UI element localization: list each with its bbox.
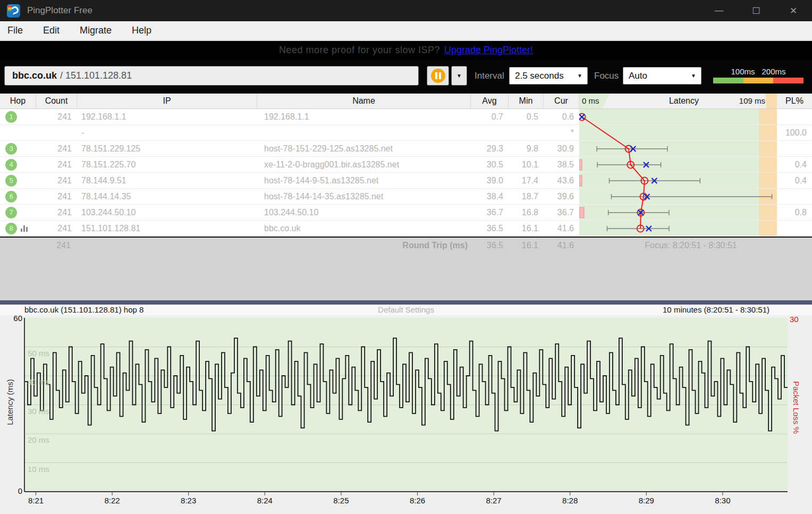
- count-cell: 241: [36, 157, 77, 172]
- hop-cell: 1: [0, 109, 36, 124]
- target-input[interactable]: bbc.co.uk / 151.101.128.81: [4, 66, 419, 86]
- legend-200ms: 200ms: [762, 67, 785, 76]
- pause-button[interactable]: [427, 66, 449, 86]
- latency-axis-max: 109 ms: [739, 96, 765, 105]
- header-name[interactable]: Name: [257, 94, 471, 108]
- packet-loss-cell: 0.4: [777, 157, 812, 172]
- latency-threshold-band: [759, 109, 777, 124]
- header-avg[interactable]: Avg: [471, 94, 509, 108]
- latency-threshold-band: [759, 173, 777, 188]
- hop-row-1[interactable]: 1241192.168.1.1192.168.1.10.70.50.6: [0, 109, 812, 125]
- hop-status-icon: 4: [5, 159, 17, 171]
- graphed-hop-icon: [21, 225, 28, 232]
- latency-cell: [579, 109, 777, 124]
- latency-timeline-chart[interactable]: [0, 305, 812, 514]
- app-icon: [7, 4, 20, 18]
- legend-yellow-segment: [743, 78, 774, 83]
- ip-cell: 151.101.128.81: [77, 221, 257, 236]
- hop-cell: 4: [0, 157, 36, 172]
- menu-item-file[interactable]: File: [0, 25, 30, 36]
- name-cell: xe-11-2-0-bragg001.bir.as13285.net: [257, 157, 471, 172]
- count-cell: 241: [36, 109, 77, 124]
- menu-item-migrate[interactable]: Migrate: [72, 25, 119, 36]
- count-cell: 241: [36, 189, 77, 204]
- name-cell: host-78-144-9-51.as13285.net: [257, 173, 471, 188]
- summary-label: Round Trip (ms): [319, 241, 468, 250]
- minimize-button[interactable]: —: [700, 0, 738, 21]
- name-cell: host-78-144-14-35.as13285.net: [257, 189, 471, 204]
- packet-loss-cell: [777, 189, 812, 204]
- ip-cell: 78.151.229.125: [77, 141, 257, 156]
- min-cell: 18.7: [509, 189, 544, 204]
- focus-value: Auto: [629, 71, 647, 81]
- latency-cell: [579, 157, 777, 172]
- close-button[interactable]: ✕: [775, 0, 812, 21]
- min-cell: [509, 125, 544, 140]
- hop-row-8[interactable]: 8241151.101.128.81bbc.co.uk36.516.141.6: [0, 221, 812, 237]
- upgrade-link[interactable]: Upgrade PingPlotter!: [444, 45, 533, 56]
- x-tick-label: 8:21: [28, 496, 44, 505]
- grid-label: 20 ms: [28, 435, 49, 444]
- panel-divider[interactable]: [0, 300, 812, 305]
- latency-cell: [579, 189, 777, 204]
- header-latency[interactable]: Latency 0 ms 109 ms: [579, 94, 777, 108]
- summary-focus-range: Focus: 8:20:51 - 8:30:51: [611, 241, 771, 250]
- chevron-down-icon: ▼: [577, 73, 582, 79]
- min-cell: 16.1: [509, 221, 544, 236]
- header-ip[interactable]: IP: [77, 94, 257, 108]
- ip-cell: 103.244.50.10: [77, 205, 257, 220]
- latency-title: Latency: [669, 96, 699, 106]
- header-count[interactable]: Count: [36, 94, 77, 108]
- hop-row-6[interactable]: 624178.144.14.35host-78-144-14-35.as1328…: [0, 189, 812, 205]
- legend-100ms: 100ms: [731, 67, 755, 76]
- hop-row-7[interactable]: 7241103.244.50.10103.244.50.1036.716.836…: [0, 205, 812, 221]
- packet-loss-cell: [777, 141, 812, 156]
- hop-row-3[interactable]: 324178.151.229.125host-78-151-229-125.as…: [0, 141, 812, 157]
- grid-label: 10 ms: [28, 465, 49, 474]
- cur-cell: 38.5: [544, 157, 579, 172]
- header-cur[interactable]: Cur: [544, 94, 579, 108]
- hop-cell: 7: [0, 205, 36, 220]
- avg-cell: 39.0: [471, 173, 509, 188]
- ip-cell: -: [77, 125, 257, 140]
- latency-threshold-band: [759, 221, 777, 236]
- x-tick-label: 8:24: [257, 496, 273, 505]
- summary-cur: 41.6: [544, 241, 574, 250]
- hop-row-5[interactable]: 524178.144.9.51host-78-144-9-51.as13285.…: [0, 173, 812, 189]
- latency-cell: [579, 205, 777, 220]
- avg-cell: 38.4: [471, 189, 509, 204]
- interval-value: 2.5 seconds: [515, 71, 564, 81]
- count-cell: 241: [36, 205, 77, 220]
- target-name: bbc.co.uk: [12, 70, 57, 81]
- cur-cell: 43.6: [544, 173, 579, 188]
- menu-item-edit[interactable]: Edit: [36, 25, 67, 36]
- title-bar: PingPlotter Free — ☐ ✕: [0, 0, 812, 21]
- latency-legend-bar: [713, 78, 803, 83]
- name-cell: 192.168.1.1: [257, 109, 471, 124]
- table-header: Hop Count IP Name Avg Min Cur Latency 0 …: [0, 94, 812, 109]
- latency-threshold-band: [759, 125, 777, 140]
- trace-options-dropdown[interactable]: ▼: [451, 66, 467, 86]
- ip-cell: 78.151.225.70: [77, 157, 257, 172]
- target-ip: / 151.101.128.81: [60, 70, 132, 81]
- cur-cell: 39.6: [544, 189, 579, 204]
- count-cell: 241: [36, 221, 77, 236]
- hop-row-4[interactable]: 424178.151.225.70xe-11-2-0-bragg001.bir.…: [0, 157, 812, 173]
- name-cell: 103.244.50.10: [257, 205, 471, 220]
- hop-cell: 8: [0, 221, 36, 236]
- packet-loss-cell: 0.8: [777, 205, 812, 220]
- menu-item-help[interactable]: Help: [124, 25, 159, 36]
- hop-status-icon: 7: [5, 207, 17, 218]
- header-min[interactable]: Min: [509, 94, 544, 108]
- header-pl[interactable]: PL%: [777, 94, 812, 108]
- interval-select[interactable]: 2.5 seconds ▼: [509, 67, 588, 85]
- focus-select[interactable]: Auto ▼: [623, 67, 701, 85]
- latency-axis-min: 0 ms: [582, 96, 599, 105]
- interval-label: Interval: [475, 71, 504, 81]
- maximize-button[interactable]: ☐: [738, 0, 775, 21]
- hop-row-2[interactable]: -*100.0: [0, 125, 812, 141]
- name-cell: bbc.co.uk: [257, 221, 471, 236]
- grid-label: 50 ms: [28, 349, 49, 358]
- header-hop[interactable]: Hop: [0, 94, 36, 108]
- cur-cell: 41.6: [544, 221, 579, 236]
